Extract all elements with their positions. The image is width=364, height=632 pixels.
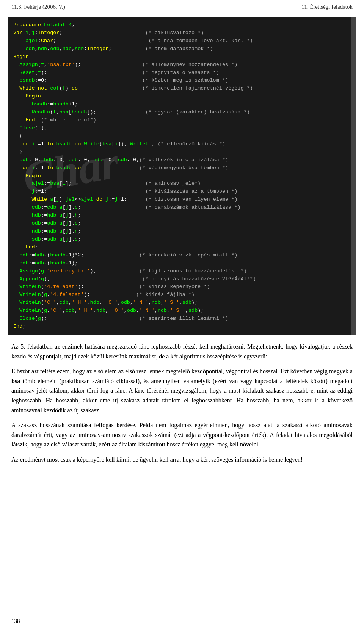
paragraph-1: Az 5. feladatban az enzimek hatására meg…	[11, 342, 353, 361]
header-left: 11.3. Fehérje (2006. V.)	[11, 4, 65, 10]
paragraph-2: Először azt feltételezem, hogy az első e…	[11, 366, 353, 415]
paragraph-3: A szakasz hosszának számítása felfogás k…	[11, 420, 353, 450]
page-number: 138	[11, 618, 20, 624]
page-header: 11.3. Fehérje (2006. V.) 11. Érettségi f…	[0, 0, 364, 13]
code-block: Procedure Feladat_4; Var i,j:Integer; (*…	[8, 17, 356, 335]
code-text: Procedure Feladat_4; Var i,j:Integer; (*…	[13, 21, 351, 331]
text-content: Az 5. feladatban az enzimek hatására meg…	[0, 342, 364, 465]
paragraph-4: Az eredményt most csak a képernyőre kell…	[11, 455, 353, 465]
header-right: 11. Érettségi feladatok	[301, 4, 353, 10]
page-container: 11.3. Fehérje (2006. V.) 11. Érettségi f…	[0, 0, 364, 632]
